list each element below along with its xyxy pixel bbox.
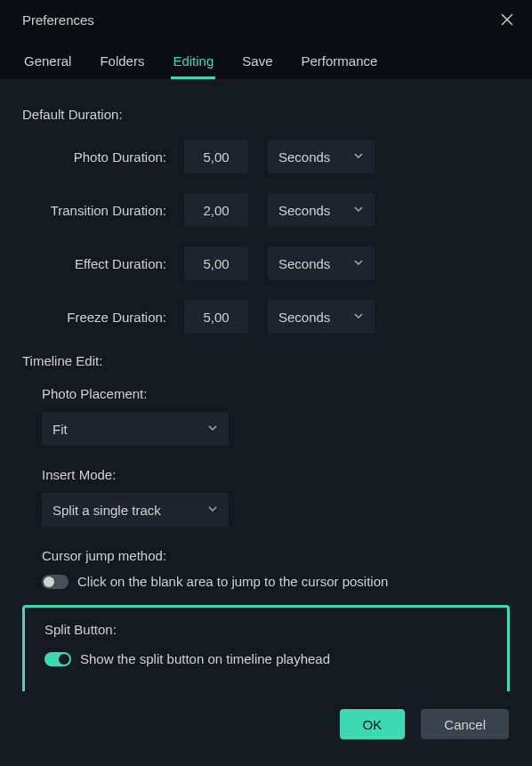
close-button[interactable] bbox=[498, 11, 516, 28]
photo-placement-label: Photo Placement: bbox=[22, 386, 510, 401]
freeze-duration-unit-select[interactable]: Seconds bbox=[268, 300, 375, 334]
tab-general[interactable]: General bbox=[22, 46, 73, 79]
freeze-duration-label: Freeze Duration: bbox=[42, 310, 184, 325]
photo-placement-section: Photo Placement: Fit bbox=[22, 386, 510, 446]
footer: OK Cancel bbox=[0, 691, 532, 766]
tab-save[interactable]: Save bbox=[240, 46, 274, 79]
transition-duration-row: Transition Duration: Seconds bbox=[22, 193, 510, 227]
effect-duration-unit-select[interactable]: Seconds bbox=[268, 246, 375, 280]
insert-mode-section: Insert Mode: Split a single track bbox=[22, 467, 510, 527]
split-button-highlight: Split Button: Show the split button on t… bbox=[22, 605, 510, 691]
transition-duration-unit-select[interactable]: Seconds bbox=[268, 193, 375, 227]
photo-duration-unit-value: Seconds bbox=[278, 149, 330, 165]
default-duration-heading: Default Duration: bbox=[22, 107, 510, 122]
close-icon bbox=[500, 12, 514, 27]
photo-placement-value: Fit bbox=[52, 422, 68, 437]
split-button-label: Split Button: bbox=[25, 622, 507, 637]
chevron-down-icon bbox=[207, 504, 218, 517]
photo-duration-label: Photo Duration: bbox=[42, 149, 184, 165]
insert-mode-select[interactable]: Split a single track bbox=[42, 493, 229, 527]
chevron-down-icon bbox=[207, 423, 218, 436]
split-button-toggle[interactable] bbox=[44, 652, 71, 666]
photo-duration-row: Photo Duration: Seconds bbox=[22, 140, 510, 173]
transition-duration-unit-value: Seconds bbox=[278, 203, 330, 218]
ok-button[interactable]: OK bbox=[340, 709, 406, 739]
insert-mode-label: Insert Mode: bbox=[22, 467, 510, 482]
effect-duration-row: Effect Duration: Seconds bbox=[22, 246, 510, 280]
effect-duration-label: Effect Duration: bbox=[42, 256, 184, 271]
cancel-button[interactable]: Cancel bbox=[421, 709, 509, 739]
cursor-jump-toggle-label: Click on the blank area to jump to the c… bbox=[77, 574, 388, 589]
photo-duration-input[interactable] bbox=[184, 140, 248, 173]
tabs-bar: General Folders Editing Save Performance bbox=[0, 37, 532, 80]
chevron-down-icon bbox=[353, 310, 364, 324]
timeline-edit-heading: Timeline Edit: bbox=[22, 353, 510, 368]
chevron-down-icon bbox=[353, 257, 364, 270]
freeze-duration-unit-value: Seconds bbox=[278, 310, 330, 325]
effect-duration-unit-value: Seconds bbox=[278, 256, 330, 271]
cursor-jump-toggle[interactable] bbox=[42, 575, 69, 589]
chevron-down-icon bbox=[353, 204, 364, 217]
effect-duration-input[interactable] bbox=[184, 246, 248, 280]
split-button-toggle-label: Show the split button on timeline playhe… bbox=[80, 651, 330, 666]
window-title: Preferences bbox=[22, 12, 94, 28]
preferences-window: Preferences General Folders Editing Save… bbox=[0, 0, 532, 766]
chevron-down-icon bbox=[353, 150, 364, 164]
photo-duration-unit-select[interactable]: Seconds bbox=[268, 140, 375, 173]
cursor-jump-section: Cursor jump method: Click on the blank a… bbox=[22, 548, 510, 589]
tab-editing[interactable]: Editing bbox=[171, 46, 215, 79]
photo-placement-select[interactable]: Fit bbox=[42, 412, 229, 446]
freeze-duration-row: Freeze Duration: Seconds bbox=[22, 300, 510, 334]
tab-performance[interactable]: Performance bbox=[299, 46, 379, 79]
transition-duration-label: Transition Duration: bbox=[42, 203, 184, 218]
tab-folders[interactable]: Folders bbox=[98, 46, 146, 79]
titlebar: Preferences bbox=[0, 0, 532, 37]
freeze-duration-input[interactable] bbox=[184, 300, 248, 334]
insert-mode-value: Split a single track bbox=[52, 503, 161, 518]
transition-duration-input[interactable] bbox=[184, 193, 248, 227]
cursor-jump-label: Cursor jump method: bbox=[22, 548, 510, 563]
content-area: Default Duration: Photo Duration: Second… bbox=[0, 80, 532, 691]
